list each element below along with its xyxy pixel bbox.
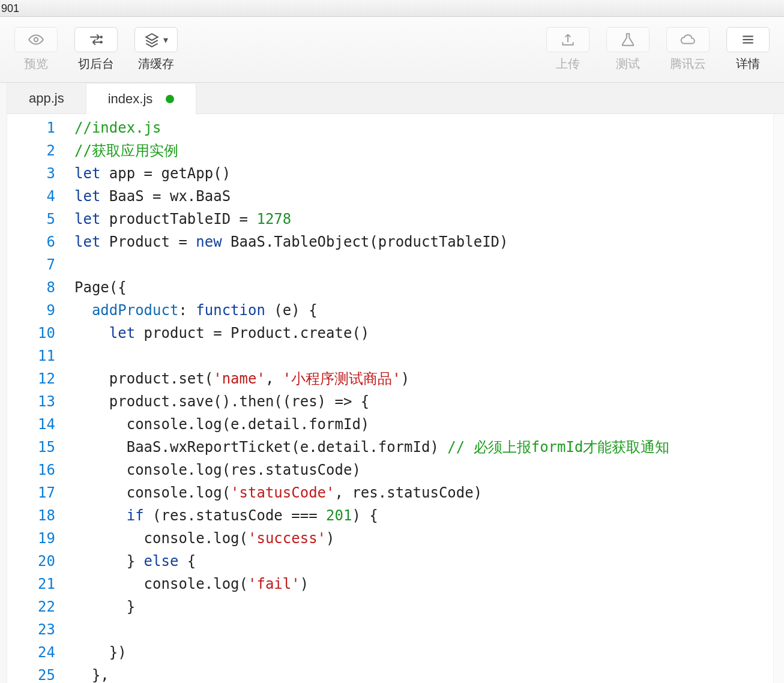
- code-line[interactable]: [74, 345, 773, 367]
- line-number: 2: [7, 139, 55, 162]
- line-number: 12: [7, 367, 55, 390]
- modified-dot-icon: [166, 95, 174, 103]
- code-line[interactable]: },: [74, 664, 773, 683]
- line-number: 11: [7, 345, 55, 367]
- line-number: 21: [7, 573, 55, 595]
- code-line[interactable]: let productTableID = 1278: [74, 208, 773, 230]
- test-label: 测试: [616, 56, 640, 72]
- switch-icon: [74, 27, 118, 52]
- code-line[interactable]: addProduct: function (e) {: [74, 299, 773, 322]
- caret-down-icon: ▾: [163, 34, 168, 46]
- upload-icon: [546, 27, 590, 52]
- cloud-icon: [666, 27, 710, 52]
- code-line[interactable]: //index.js: [74, 116, 773, 139]
- code-line[interactable]: console.log('success'): [74, 527, 773, 550]
- editor-area: app.jsindex.js 1234567891011121314151617…: [7, 83, 784, 683]
- line-number: 10: [7, 322, 55, 345]
- left-gutter: [0, 83, 7, 683]
- code-editor[interactable]: 1234567891011121314151617181920212223242…: [7, 114, 784, 683]
- code-line[interactable]: [74, 253, 773, 276]
- svg-point-0: [34, 38, 38, 42]
- tab-app-js[interactable]: app.js: [7, 83, 86, 113]
- line-number: 20: [7, 550, 55, 573]
- code-line[interactable]: console.log(res.statusCode): [74, 459, 773, 481]
- code-line[interactable]: } else {: [74, 550, 773, 573]
- line-number: 15: [7, 436, 55, 459]
- code-line[interactable]: console.log(e.detail.formId): [74, 413, 773, 436]
- code-line[interactable]: console.log('fail'): [74, 573, 773, 595]
- clearcache-button[interactable]: ▾清缓存: [126, 23, 186, 77]
- toolbar-right-group: 上传测试腾讯云详情: [538, 23, 778, 77]
- code-line[interactable]: product.set('name', '小程序测试商品'): [74, 367, 773, 390]
- details-button[interactable]: 详情: [718, 23, 778, 77]
- line-number: 13: [7, 390, 55, 413]
- line-number: 17: [7, 481, 55, 504]
- code-line[interactable]: let BaaS = wx.BaaS: [74, 185, 773, 208]
- code-line[interactable]: [74, 618, 773, 641]
- clearcache-label: 清缓存: [138, 56, 174, 72]
- code-line[interactable]: if (res.statusCode === 201) {: [74, 504, 773, 527]
- tencentcloud-button[interactable]: 腾讯云: [658, 23, 718, 77]
- line-number: 1: [7, 116, 55, 139]
- line-number-gutter: 1234567891011121314151617181920212223242…: [7, 114, 67, 683]
- code-line[interactable]: let product = Product.create(): [74, 322, 773, 345]
- line-number: 14: [7, 413, 55, 436]
- vertical-scrollbar[interactable]: [773, 114, 784, 683]
- line-number: 22: [7, 595, 55, 618]
- toolbar: 预览切后台▾清缓存 上传测试腾讯云详情: [0, 17, 784, 83]
- eye-icon: [14, 27, 58, 52]
- line-number: 25: [7, 664, 55, 683]
- tab-label: index.js: [108, 91, 153, 107]
- upload-button[interactable]: 上传: [538, 23, 598, 77]
- line-number: 8: [7, 276, 55, 299]
- window-titlebar: 901: [0, 0, 784, 17]
- code-line[interactable]: //获取应用实例: [74, 139, 773, 162]
- background-button[interactable]: 切后台: [66, 23, 126, 77]
- line-number: 24: [7, 641, 55, 664]
- line-number: 19: [7, 527, 55, 550]
- menu-icon: [726, 27, 770, 52]
- layers-icon: ▾: [134, 27, 178, 52]
- line-number: 3: [7, 162, 55, 185]
- code-line[interactable]: Page({: [74, 276, 773, 299]
- code-line[interactable]: let app = getApp(): [74, 162, 773, 185]
- code-line[interactable]: }: [74, 595, 773, 618]
- preview-label: 预览: [24, 56, 48, 72]
- svg-point-2: [100, 36, 102, 38]
- background-label: 切后台: [78, 56, 114, 72]
- line-number: 4: [7, 185, 55, 208]
- code-line[interactable]: }): [74, 641, 773, 664]
- tab-label: app.js: [29, 91, 64, 106]
- tencentcloud-label: 腾讯云: [670, 56, 706, 72]
- main-area: app.jsindex.js 1234567891011121314151617…: [0, 83, 784, 683]
- code-line[interactable]: let Product = new BaaS.TableObject(produ…: [74, 230, 773, 253]
- line-number: 23: [7, 618, 55, 641]
- upload-label: 上传: [556, 56, 580, 72]
- titlebar-text: 901: [1, 2, 19, 14]
- flask-icon: [606, 27, 650, 52]
- preview-button[interactable]: 预览: [6, 23, 66, 77]
- tab-bar: app.jsindex.js: [7, 83, 784, 114]
- tab-index-js[interactable]: index.js: [86, 83, 197, 114]
- line-number: 9: [7, 299, 55, 322]
- line-number: 18: [7, 504, 55, 527]
- code-line[interactable]: console.log('statusCode', res.statusCode…: [74, 481, 773, 504]
- line-number: 6: [7, 230, 55, 253]
- toolbar-left-group: 预览切后台▾清缓存: [6, 23, 186, 77]
- line-number: 7: [7, 253, 55, 276]
- line-number: 5: [7, 208, 55, 230]
- line-number: 16: [7, 459, 55, 481]
- code-content[interactable]: //index.js//获取应用实例let app = getApp()let …: [67, 114, 773, 683]
- code-line[interactable]: product.save().then((res) => {: [74, 390, 773, 413]
- details-label: 详情: [736, 56, 760, 72]
- test-button[interactable]: 测试: [598, 23, 658, 77]
- code-line[interactable]: BaaS.wxReportTicket(e.detail.formId) // …: [74, 436, 773, 459]
